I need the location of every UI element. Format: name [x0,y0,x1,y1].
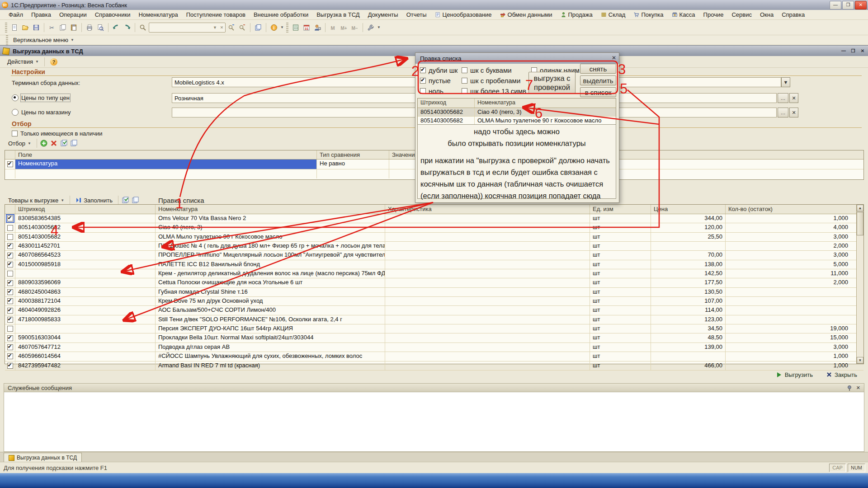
cell-qty[interactable] [726,288,851,296]
scroll-up-icon[interactable]: ▲ [857,205,863,211]
maximize-button[interactable]: ❐ [842,1,854,9]
row-checkbox[interactable] [7,225,13,231]
row-checkbox[interactable] [7,335,13,341]
m-button[interactable]: M [328,23,338,33]
cell-qty[interactable]: 4,000 [726,223,851,232]
menu-item-продажа[interactable]: Продажа [557,10,597,19]
cell-name[interactable]: OLMA Мыло туалетное 90 г Кокосовое масло [156,233,385,241]
cell-name[interactable]: Губная помада Crystal Shine т.16 [156,288,385,296]
cell-characteristic[interactable] [385,223,590,232]
cell-barcode[interactable]: 8308583654385 [15,214,156,223]
cell-unit[interactable]: шт [590,306,651,314]
cell-barcode[interactable]: 4607057647712 [15,343,156,352]
cell-qty[interactable]: 3,000 [726,233,851,241]
cell-characteristic[interactable] [385,324,590,333]
check-all-icon[interactable] [59,138,69,148]
cell-characteristic[interactable] [385,278,590,287]
cell-characteristic[interactable] [385,343,590,352]
cell-unit[interactable]: шт [590,223,651,232]
row-checkbox[interactable] [7,262,13,267]
cell-name[interactable]: #СЙОСС Шампунь Увлажняющий для сухих, об… [156,352,385,361]
cell-barcode[interactable]: 4718000985833 [15,315,156,324]
menu-item-покупка[interactable]: Покупка [629,10,667,19]
form-maximize-button[interactable]: ❐ [849,48,857,55]
menu-item-окна[interactable]: Окна [756,10,778,19]
cell-name[interactable]: Подводка д/глаз серая АВ [156,343,385,352]
find-next-button[interactable] [226,23,236,33]
actions-button[interactable]: Действия▼ [4,57,42,66]
find-button[interactable] [138,23,148,33]
cell-barcode[interactable]: 4607086564523 [15,251,156,259]
cell-barcode[interactable]: 4015000985918 [15,260,156,269]
row-checkbox[interactable] [7,353,13,359]
cell-barcode[interactable]: 4604049092826 [15,306,156,314]
menu-item-справочники[interactable]: Справочники [91,10,135,19]
edit-list-button[interactable]: Правка списка [158,197,204,204]
menu-item-документы[interactable]: Документы [364,10,402,19]
menu-item-поступление-товаров[interactable]: Поступление товаров [182,10,250,19]
cell-qty[interactable]: 2,000 [726,242,851,250]
close-button[interactable]: ✕ [855,1,867,9]
filter-menu-button[interactable]: Отбор▼ [5,139,35,148]
cell-price[interactable]: 25,50 [651,233,726,241]
cell-characteristic[interactable] [385,297,590,305]
menu-item-номенклатура[interactable]: Номенклатура [134,10,182,19]
cell-name[interactable]: ПРОПЕЛЛЕР "Immuno" Мицеллярный лосьон 10… [156,251,385,259]
row-checkbox[interactable] [7,298,13,304]
row-checkbox[interactable] [7,234,13,240]
cell-qty[interactable] [726,297,851,305]
copy-button[interactable] [58,23,68,33]
cell-barcode[interactable]: 8051403005682 [15,223,156,232]
cell-name[interactable]: ПАЛЕТТЕ ICC B12 Ванильный блонд [156,260,385,269]
cell-price[interactable]: 138,00 [651,260,726,269]
unload-with-check-button[interactable]: выгрузка с проверкой [528,72,576,94]
table-row[interactable]: Персия ЭКСПЕРТ ДУО-КАПС 16шт 544гр АКЦИЯ… [5,324,863,333]
select-button[interactable]: выделить [580,75,616,85]
calendar-button[interactable]: 31 [302,23,311,33]
cell-characteristic[interactable] [385,333,590,342]
row-checkbox[interactable] [7,308,13,314]
table-scrollbar[interactable]: ▲ ▼ [856,205,863,364]
cell-barcode[interactable]: 4680245004863 [15,288,156,296]
cell-unit[interactable]: шт [590,233,651,241]
cell-qty[interactable]: 1,000 [726,352,851,361]
cell-name[interactable]: Прокладки Bella 10шт. Normal Maxi softip… [156,333,385,342]
table-row[interactable]: 8051403005682OLMA Мыло туалетное 90 г Ко… [5,233,863,242]
cell-price[interactable]: 142,50 [651,269,726,278]
cell-price[interactable]: 177,50 [651,278,726,287]
table-row[interactable]: 4680245004863Губная помада Crystal Shine… [5,288,863,297]
cell-barcode[interactable]: 4605966014564 [15,352,156,361]
cell-characteristic[interactable] [385,306,590,314]
dialog-checkbox-дубли-шк[interactable]: дубли шк [420,66,458,74]
table-row[interactable]: 4604049092826АОС Бальзам/500+СЧС СОРТИ Л… [5,306,863,315]
cell-price[interactable]: 120,00 [651,223,726,232]
cell-unit[interactable]: шт [590,315,651,324]
row-checkbox[interactable] [7,253,13,258]
menu-item-правка[interactable]: Правка [27,10,55,19]
cell-name[interactable]: Cettua Полоски очищающие для носа Угольн… [156,278,385,287]
messages-close-icon[interactable]: ✕ [856,385,860,391]
clear-search-icon[interactable]: ✕ [218,23,225,32]
delete-filter-button[interactable] [49,138,59,148]
preview-button[interactable] [95,23,105,33]
cell-price[interactable] [651,242,726,250]
find-prev-button[interactable] [237,23,247,33]
menu-item-склад[interactable]: Склад [597,10,630,19]
cell-characteristic[interactable] [385,269,590,278]
goods-menu-button[interactable]: Товары к выгрузке▼ [5,196,68,205]
cell-barcode[interactable]: 8809033596069 [15,278,156,287]
table-row[interactable]: 4000388172104Крем Dove 75 мл д/рук Основ… [5,297,863,306]
table-row[interactable]: 4605966014564#СЙОСС Шампунь Увлажняющий … [5,352,863,361]
cell-unit[interactable]: шт [590,324,651,333]
cell-price[interactable]: 107,00 [651,297,726,305]
menu-item-касса[interactable]: Касса [668,10,699,19]
search-input[interactable]: ▼✕ [149,23,226,33]
checkbox-icon[interactable] [7,161,13,167]
price-type-clear-button[interactable]: ✕ [789,93,798,103]
table-row[interactable]: Крем - депилятор деликатный д/удаления в… [5,269,863,278]
cell-qty[interactable]: 19,000 [726,324,851,333]
dialog-checkbox-шк-с-пробелами[interactable]: шк с пробелами [462,77,520,84]
price-shop-radio[interactable]: Цены по магазину [12,109,71,116]
menu-item-обмен-данными[interactable]: Обмен данными [496,10,557,19]
toolbar-grip[interactable] [286,23,288,33]
